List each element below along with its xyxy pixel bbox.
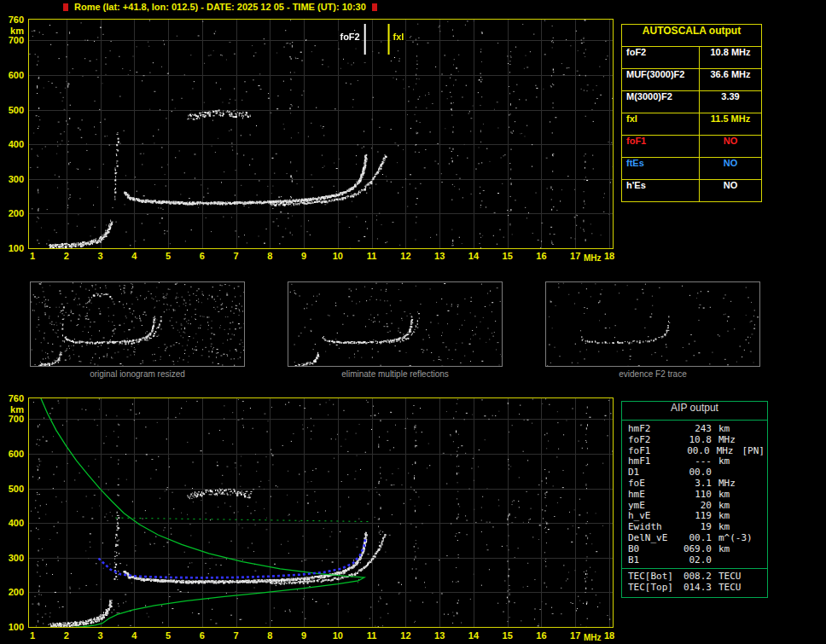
autoscala-table-header: AUTOSCALA output — [622, 25, 761, 47]
x-tick-label: 8 — [261, 251, 278, 261]
param-label: h'Es — [622, 180, 700, 201]
param-label: M(3000)F2 — [622, 91, 700, 113]
param-note: [PN] — [742, 446, 765, 457]
y-tick-label: 100 — [2, 622, 24, 632]
top-ionogram-canvas — [29, 20, 613, 248]
x-tick-label: 16 — [532, 251, 550, 261]
param-value: 110 — [681, 490, 712, 501]
autoscala-row-foF2: foF210.8 MHz — [622, 47, 761, 69]
y-tick-label: 300 — [2, 553, 24, 563]
x-tick-label: 11 — [364, 251, 381, 261]
x-tick-label: 16 — [532, 630, 550, 641]
x-tick-label: 18 — [601, 630, 618, 641]
y-unit-label: km — [2, 404, 24, 415]
param-label: TEC[Top] — [628, 583, 681, 594]
param-label: hmE — [628, 490, 681, 501]
autoscala-row-M(3000)F2: M(3000)F23.39 — [622, 91, 761, 113]
aip-row-hmF2: hmF2243km — [628, 424, 765, 435]
y-tick-label: 300 — [2, 174, 24, 184]
bottom-ionogram-canvas — [29, 398, 613, 627]
autoscala-output-table: AUTOSCALA output foF210.8 MHzMUF(3000)F2… — [621, 24, 762, 202]
param-label: ftEs — [622, 158, 700, 179]
aip-row-B0: B0069.0km — [628, 544, 765, 555]
param-label: foF1 — [622, 136, 700, 157]
thumb-caption-eliminate: eliminate multiple reflections — [288, 369, 503, 379]
autoscala-row-ftEs: ftEsNO — [622, 158, 761, 180]
param-value: 02.0 — [681, 555, 712, 566]
y-tick-label: 760 — [2, 15, 24, 25]
x-tick-label: 3 — [92, 251, 109, 261]
param-label: MUF(3000)F2 — [622, 69, 700, 90]
param-value: 243 — [681, 424, 712, 435]
thumb-original-ionogram-canvas — [31, 282, 244, 366]
x-tick-label: 4 — [125, 630, 143, 641]
aip-tec-section: TEC[Bot]008.2TECUTEC[Top]014.3TECU — [622, 568, 767, 597]
y-tick-label: 400 — [2, 518, 24, 528]
thumb-eliminate-reflections — [288, 281, 503, 367]
param-label: foF2 — [628, 435, 681, 446]
y-tick-label: 760 — [2, 393, 24, 403]
param-value: NO — [700, 158, 761, 179]
param-label: foF2 — [622, 47, 700, 68]
aip-row-foF2: foF210.8MHz — [628, 435, 765, 446]
station-date-time-title: Rome (lat: +41.8, lon: 012.5) - DATE: 20… — [74, 2, 366, 12]
param-value: 00.1 — [681, 533, 712, 544]
x-tick-label: 8 — [261, 630, 278, 641]
param-unit: m^(-3) — [718, 533, 753, 544]
param-value: 11.5 MHz — [700, 113, 761, 135]
param-label: B0 — [628, 544, 681, 555]
x-tick-label: 12 — [397, 251, 414, 261]
y-tick-label: 600 — [2, 449, 24, 459]
bottom-plot-x-unit-label: MHz — [584, 633, 602, 642]
x-tick-label: 17 — [567, 251, 584, 261]
param-unit: km — [718, 456, 730, 467]
param-unit: MHz — [718, 435, 736, 446]
aip-row-DelN_vE: DelN_vE00.1m^(-3) — [628, 533, 765, 544]
param-label: DelN_vE — [628, 533, 681, 544]
x-tick-label: 15 — [499, 251, 516, 261]
thumb-evidence-f2-trace-canvas — [546, 282, 759, 366]
x-tick-label: 1 — [24, 251, 41, 261]
x-tick-label: 7 — [228, 251, 245, 261]
y-tick-label: 400 — [2, 139, 24, 149]
param-unit: km — [718, 490, 730, 501]
thumb-eliminate-reflections-canvas — [288, 282, 502, 366]
thumb-caption-original: original ionogram resized — [30, 369, 245, 379]
x-tick-label: 5 — [160, 630, 177, 641]
x-tick-label: 2 — [58, 251, 75, 261]
aip-row-B1: B102.0 — [628, 555, 765, 566]
y-tick-label: 200 — [2, 208, 24, 218]
x-tick-label: 14 — [465, 630, 482, 641]
x-tick-label: 7 — [228, 630, 245, 641]
aip-row-hmE: hmE110km — [628, 490, 765, 501]
x-tick-label: 10 — [329, 251, 346, 261]
x-tick-label: 18 — [601, 251, 618, 261]
param-label: fxI — [622, 113, 700, 135]
aip-table-body: hmF2243kmfoF210.8MHzfoF100.0MHz[PN]hmF1-… — [622, 421, 767, 568]
y-tick-label: 600 — [2, 70, 24, 80]
thumb-evidence-f2-trace — [545, 281, 760, 367]
param-value: 36.6 MHz — [700, 69, 761, 90]
x-tick-label: 15 — [499, 630, 516, 641]
x-tick-label: 3 — [92, 630, 109, 641]
y-tick-label: 200 — [2, 587, 24, 597]
y-tick-label: 700 — [2, 414, 24, 424]
thumb-original-ionogram — [30, 281, 245, 367]
param-value: 3.1 — [681, 479, 712, 490]
x-tick-label: 6 — [194, 251, 211, 261]
x-tick-label: 9 — [295, 251, 312, 261]
param-unit: km — [718, 544, 730, 555]
y-tick-label: 100 — [2, 243, 24, 253]
x-tick-label: 17 — [567, 630, 584, 641]
param-value: 10.8 MHz — [700, 47, 761, 68]
autoscala-row-h'Es: h'EsNO — [622, 180, 761, 201]
top-plot-x-unit-label: MHz — [584, 253, 602, 263]
autoscala-row-foF1: foF1NO — [622, 136, 761, 158]
top-ionogram-plot — [28, 19, 614, 249]
x-tick-label: 14 — [465, 251, 482, 261]
y-unit-label: km — [2, 26, 24, 36]
thumb-caption-evidence: evidence F2 trace — [545, 369, 760, 379]
x-tick-label: 4 — [125, 251, 143, 261]
param-value: 3.39 — [700, 91, 761, 113]
x-tick-label: 12 — [397, 630, 414, 641]
